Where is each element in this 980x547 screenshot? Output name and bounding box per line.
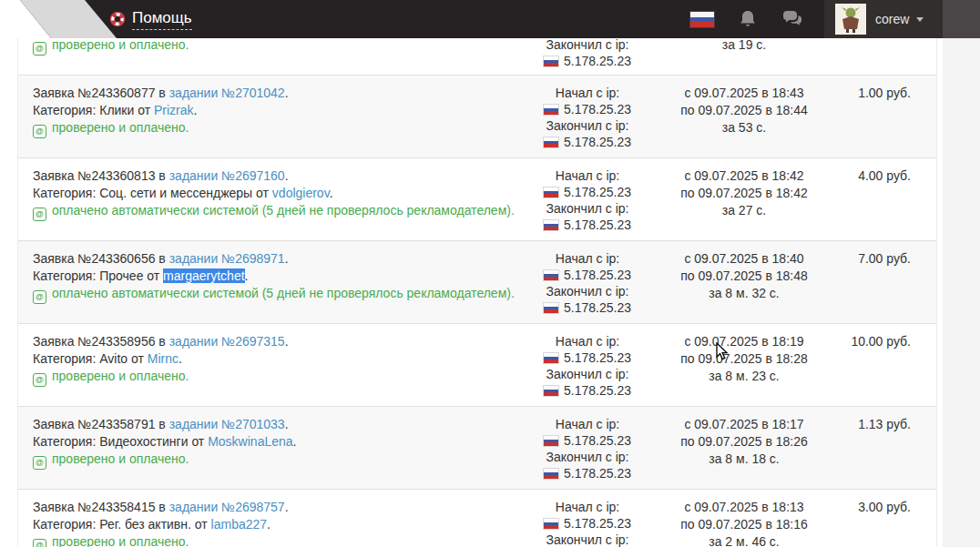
advertiser-link[interactable]: MoskwinaLena	[208, 434, 292, 449]
time-column: с 09.07.2025 в 18:40 по 09.07.2025 в 18:…	[667, 250, 822, 302]
username: corew	[875, 12, 909, 26]
time-column: с 09.07.2025 в 18:17 по 09.07.2025 в 18:…	[667, 416, 822, 468]
category-text: Категория: Соц. сети и мессенджеры от	[33, 186, 272, 200]
request-info: @проверено и оплачено.	[33, 36, 525, 56]
payment-icon: @	[33, 539, 46, 547]
time-column: с 09.07.2025 в 18:13 по 09.07.2025 в 18:…	[667, 499, 822, 547]
dot: .	[285, 334, 289, 349]
start-time: с 09.07.2025 в 18:17	[667, 416, 822, 433]
end-time: по 09.07.2025 в 18:42	[667, 185, 822, 202]
page-right-gutter	[943, 38, 980, 547]
advertiser-link[interactable]: Prizrak	[154, 103, 194, 117]
status-text: проверено и оплачено.	[52, 451, 189, 466]
dot: .	[285, 251, 289, 266]
time-column: с 09.07.2025 в 18:42 по 09.07.2025 в 18:…	[667, 167, 822, 219]
ip-start-label: Начал с ip:	[510, 250, 665, 267]
russia-flag-icon	[544, 220, 558, 230]
duration: за 8 м. 18 с.	[667, 451, 822, 468]
language-flag-icon[interactable]	[690, 12, 714, 27]
user-menu[interactable]: corew	[824, 0, 943, 38]
amount: 3.00 руб.	[820, 499, 911, 516]
ip-column: Начал с ip: 5.178.25.23 Закончил с ip: 5…	[510, 416, 665, 481]
task-link[interactable]: задании №2697315	[169, 334, 285, 349]
status-line: @оплачено автоматически системой (5 дней…	[33, 202, 525, 221]
end-time: по 09.07.2025 в 18:16	[667, 516, 822, 533]
messages-chat-icon[interactable]	[781, 8, 804, 30]
advertiser-link[interactable]: Mirnc	[148, 351, 179, 366]
ip-column: Начал с ip: 5.178.25.23 Закончил с ip: 5…	[510, 499, 665, 547]
ip-address: 5.178.25.23	[564, 102, 631, 116]
chevron-down-icon	[916, 17, 924, 22]
ip-end-label: Закончил с ip:	[510, 117, 665, 134]
status-text: проверено и оплачено.	[52, 534, 189, 547]
ip-end-label: Закончил с ip:	[510, 200, 665, 217]
task-link[interactable]: задании №2697160	[169, 168, 285, 183]
help-link[interactable]: Помощь	[109, 0, 192, 38]
ip-column: Начал с ip: 5.178.25.23 Закончил с ip: 5…	[510, 85, 665, 150]
ip-address: 5.178.25.23	[564, 54, 631, 68]
request-info: Заявка №243358956 в задании №2697315. Ка…	[33, 333, 525, 387]
russia-flag-icon	[544, 303, 558, 313]
dot: .	[285, 417, 289, 431]
category-line: Категория: Видеохостинги от MoskwinaLena…	[33, 433, 525, 451]
ip-column: Начал с ip: 5.178.25.23 Закончил с ip: 5…	[510, 250, 665, 316]
start-time: с 09.07.2025 в 18:19	[667, 333, 822, 350]
time-column: за 19 с.	[667, 36, 822, 54]
request-info: Заявка №243360656 в задании №2698971. Ка…	[33, 250, 525, 304]
task-link[interactable]: задании №2698757	[169, 500, 285, 514]
russia-flag-icon	[544, 469, 558, 479]
category-text: Категория: Видеохостинги от	[33, 434, 208, 449]
amount: 1.13 руб.	[820, 416, 911, 433]
task-link[interactable]: задании №2698971	[169, 251, 285, 266]
payment-icon: @	[33, 373, 46, 387]
status-line: @проверено и оплачено.	[33, 36, 525, 56]
request-line: Заявка №243360813 в задании №2697160.	[33, 167, 525, 185]
ip-start-label: Начал с ip:	[510, 333, 665, 349]
payment-icon: @	[33, 208, 46, 221]
task-link[interactable]: задании №2701033	[169, 417, 285, 431]
ip-address: 5.178.25.23	[564, 516, 631, 531]
request-text: Заявка №243358415 в	[33, 500, 169, 514]
payment-icon: @	[33, 290, 46, 304]
request-text: Заявка №243358791 в	[33, 417, 169, 431]
ip-address: 5.178.25.23	[564, 268, 631, 282]
ip-start-label: Начал с ip:	[510, 499, 665, 515]
duration: за 8 м. 32 с.	[667, 285, 822, 302]
ip-start-label: Начал с ip:	[510, 167, 665, 184]
page-right-gutter-top	[943, 0, 980, 38]
advertiser-link[interactable]: margaerytchet	[163, 268, 244, 283]
table-row: Заявка №243358415 в задании №2698757. Ка…	[18, 489, 936, 547]
end-time: по 09.07.2025 в 18:28	[667, 350, 822, 368]
start-time: с 09.07.2025 в 18:13	[667, 499, 822, 516]
status-text: оплачено автоматически системой (5 дней …	[52, 286, 515, 300]
russia-flag-icon	[544, 187, 558, 198]
amount: 1.00 руб.	[820, 85, 911, 102]
task-link[interactable]: задании №2701042	[169, 86, 285, 100]
category-text: Категория: Рег. без активн. от	[33, 517, 211, 532]
payment-icon: @	[33, 42, 46, 56]
category-line: Категория: Avito от Mirnc.	[33, 350, 525, 368]
ip-end-label: Закончил с ip:	[510, 366, 665, 382]
dot: .	[330, 186, 333, 200]
advertiser-link[interactable]: lamba227	[211, 517, 268, 532]
duration: за 8 м. 23 с.	[667, 368, 822, 385]
ip-end-label: Закончил с ip:	[510, 532, 665, 547]
russia-flag-icon	[544, 519, 558, 529]
status-line: @проверено и оплачено.	[33, 533, 525, 547]
ip-column: Начал с ip: 5.178.25.23 Закончил с ip: 5…	[510, 333, 665, 399]
category-text: Категория: Клики от	[33, 103, 154, 117]
notifications-bell-icon[interactable]	[737, 8, 761, 30]
advertiser-link[interactable]: vdolgierov	[272, 186, 330, 200]
dot: .	[267, 517, 271, 532]
ip-address: 5.178.25.23	[564, 300, 631, 315]
russia-flag-icon	[544, 270, 558, 280]
request-info: Заявка №243360877 в задании №2701042. Ка…	[33, 85, 525, 138]
dot: .	[285, 86, 289, 100]
status-line: @проверено и оплачено.	[33, 368, 525, 387]
request-info: Заявка №243358791 в задании №2701033. Ка…	[33, 416, 525, 470]
ip-address: 5.178.25.23	[564, 218, 631, 232]
time-column: с 09.07.2025 в 18:19 по 09.07.2025 в 18:…	[667, 333, 822, 385]
ip-end-label: Закончил с ip:	[510, 36, 665, 53]
request-line: Заявка №243358415 в задании №2698757.	[33, 499, 525, 516]
status-text: проверено и оплачено.	[52, 120, 189, 135]
